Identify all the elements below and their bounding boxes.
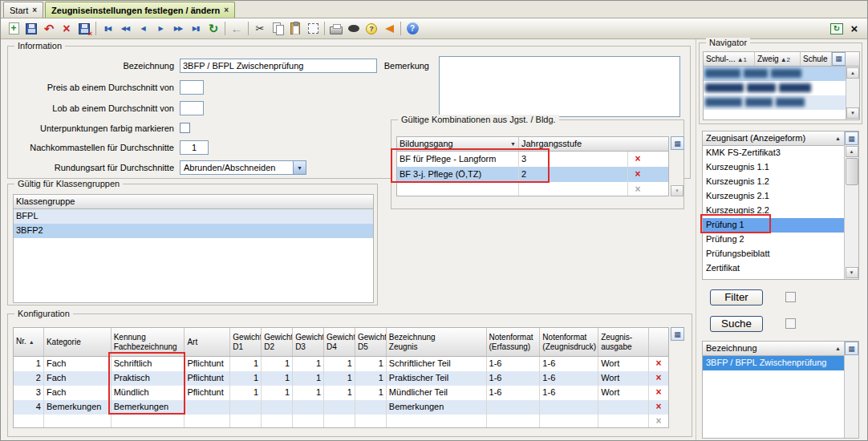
preis-input[interactable] (180, 80, 204, 95)
tab-close-icon[interactable]: × (224, 6, 229, 14)
column-header-schulnr[interactable]: Schul-...▲1 (704, 52, 755, 66)
first-record-icon[interactable]: ▮◀ (99, 20, 116, 38)
zeugnisart-item[interactable]: Kurszeugnis 2.1 (703, 189, 844, 204)
table-row[interactable]: BF für Pflege - Langform 3 × (397, 152, 668, 167)
bezeichnung-header[interactable]: Bezeichnung ▲ (703, 342, 844, 356)
zeugnisart-item[interactable]: Kurszeugnis 1.2 (703, 175, 844, 189)
column-header-gewicht-d3[interactable]: GewichtD3 (293, 328, 324, 356)
close-view-icon[interactable]: × (846, 20, 863, 38)
suche-checkbox[interactable] (785, 318, 796, 329)
nachkommastellen-input[interactable] (180, 140, 209, 155)
scroll-up-icon[interactable]: ▲ (846, 146, 858, 157)
lob-input[interactable] (180, 101, 204, 115)
scroll-up-icon[interactable]: ▲ (846, 67, 859, 79)
zeugnisart-item[interactable]: KMK FS-Zertifikat3 (703, 146, 844, 160)
unterpunktungen-checkbox[interactable] (180, 123, 190, 133)
chevron-down-icon[interactable]: ▼ (293, 161, 306, 174)
delete-row-icon[interactable]: × (628, 167, 647, 182)
next-record-icon[interactable]: ▶ (152, 20, 169, 38)
column-header-jahrgangsstufe[interactable]: Jahrgangsstufe (519, 137, 668, 151)
scrollbar[interactable]: ▲ ▼ (846, 67, 859, 119)
column-header-art[interactable]: Art (185, 328, 230, 356)
table-row[interactable]: BFPL (14, 209, 373, 224)
column-header-gewicht-d4[interactable]: GewichtD4 (324, 328, 355, 356)
table-row-redacted[interactable] (704, 81, 846, 95)
refresh-view-icon[interactable]: ↻ (828, 20, 846, 38)
tip-icon[interactable]: ? (363, 20, 380, 38)
bemerkung-textarea[interactable] (439, 56, 680, 117)
bezeichnung-input[interactable] (180, 59, 377, 73)
scroll-down-icon[interactable]: ▼ (671, 185, 683, 196)
config-row[interactable]: 4 Bemerkungen Bemerkungen Bemerkungen × (14, 400, 668, 415)
delete-row-icon[interactable]: × (649, 371, 668, 386)
delete-row-icon[interactable]: × (649, 357, 668, 371)
scrollbar[interactable]: ▦ (844, 342, 858, 438)
column-header-bildungsgang[interactable]: Bildungsgang ▼ (397, 137, 519, 151)
save-icon[interactable] (22, 20, 40, 38)
refresh-icon[interactable]: ↻ (205, 20, 222, 38)
rundungsart-select[interactable]: Abrunden/Abschneiden ▼ (180, 160, 306, 175)
column-header-schule[interactable]: Schule (801, 52, 832, 66)
column-header-gewicht-d5[interactable]: GewichtD5 (355, 328, 387, 356)
filter-button[interactable]: Filter (710, 289, 763, 305)
bezeichnung-item[interactable]: 3BFP / BFPL Zwischenprüfung (703, 356, 844, 370)
scrollbar[interactable]: ▦ ▲ ▼ (844, 131, 858, 279)
column-header-gewicht-d1[interactable]: GewichtD1 (230, 328, 262, 356)
delete-row-icon[interactable]: × (649, 386, 668, 400)
tab-start[interactable]: Start × (3, 2, 43, 18)
tab-zeugniseinstellungen[interactable]: Zeugniseinstellungen festlegen / ändern … (45, 2, 235, 18)
megaphone-icon[interactable] (380, 20, 398, 38)
column-header-klassengruppe[interactable]: Klassengruppe (14, 195, 373, 208)
table-row-empty[interactable]: × (397, 182, 668, 196)
back-icon[interactable]: ← (228, 20, 245, 38)
zeugnisart-item[interactable]: Prüfung 2 (703, 233, 844, 247)
tab-close-icon[interactable]: × (32, 6, 37, 14)
config-row-empty[interactable]: × (14, 415, 668, 428)
new-record-icon[interactable]: + (5, 20, 22, 38)
column-header-kennung[interactable]: KennungFachbezeichnung (112, 328, 185, 356)
last-record-icon[interactable]: ▶▮ (187, 20, 205, 38)
column-header-bezeichnung-zeugnis[interactable]: BezeichnungZeugnis (387, 328, 487, 356)
config-row[interactable]: 1 Fach Schriftlich Pflichtunt 1 1 1 1 1 … (14, 357, 668, 371)
table-row-redacted[interactable] (704, 95, 846, 110)
zeugnisart-header[interactable]: Zeugnisart (Anzeigeform) ▲ (703, 131, 844, 146)
previous-record-icon[interactable]: ◀ (134, 20, 152, 38)
column-header-zweig[interactable]: Zweig▲2 (755, 52, 801, 66)
table-row-redacted[interactable] (704, 67, 846, 81)
grid-settings-icon[interactable]: ▦ (671, 327, 684, 341)
column-header-gewicht-d2[interactable]: GewichtD2 (262, 328, 293, 356)
grid-settings-icon[interactable]: ▦ (845, 131, 858, 145)
suche-button[interactable]: Suche (710, 316, 763, 332)
grid-settings-icon[interactable]: ▦ (845, 342, 858, 355)
scroll-thumb[interactable] (846, 158, 858, 185)
copy-icon[interactable] (269, 20, 286, 38)
cut-icon[interactable]: ✂ (251, 20, 269, 38)
grid-settings-icon[interactable]: ▦ (671, 136, 684, 150)
fast-forward-icon[interactable]: ▶▶ (169, 20, 187, 38)
column-header-zeugnisausgabe[interactable]: Zeugnis-ausgabe (598, 328, 649, 356)
print-icon[interactable] (327, 20, 345, 38)
zeugnisart-item-pruefung-1[interactable]: Prüfung 1 (703, 218, 844, 233)
zeugnisart-item[interactable]: Zertifikat (703, 261, 844, 276)
scroll-down-icon[interactable]: ▼ (846, 107, 859, 119)
grid-settings-icon[interactable]: ▦ (832, 52, 846, 66)
delete-row-icon[interactable]: × (628, 152, 647, 167)
preview-icon[interactable] (345, 20, 363, 38)
delete-record-icon[interactable]: × (58, 20, 75, 38)
undo-icon[interactable]: ↶ (40, 20, 58, 38)
column-header-nr[interactable]: Nr.▲ (14, 328, 44, 356)
paste-icon[interactable] (286, 20, 304, 38)
delete-row-icon[interactable]: × (649, 400, 668, 415)
zeugnisart-item[interactable]: Prüfungsbeiblatt (703, 247, 844, 261)
zeugnisart-item[interactable]: Kurszeugnis 2.2 (703, 204, 844, 218)
table-row[interactable]: 3BFP2 (14, 224, 373, 238)
help-icon[interactable]: ? (404, 20, 421, 38)
config-row[interactable]: 2 Fach Praktisch Pflichtunt 1 1 1 1 1 Pr… (14, 371, 668, 386)
zeugnisart-item[interactable]: Kurszeugnis 1.1 (703, 160, 844, 175)
save-validate-icon[interactable]: × (75, 20, 93, 38)
column-header-notenformat-zeugnisdruck[interactable]: Notenformat(Zeugnisdruck) (540, 328, 598, 356)
filter-checkbox[interactable] (785, 292, 796, 302)
scroll-down-icon[interactable]: ▼ (846, 267, 858, 278)
column-header-kategorie[interactable]: Kategorie (44, 328, 112, 356)
fast-backward-icon[interactable]: ◀◀ (116, 20, 134, 38)
